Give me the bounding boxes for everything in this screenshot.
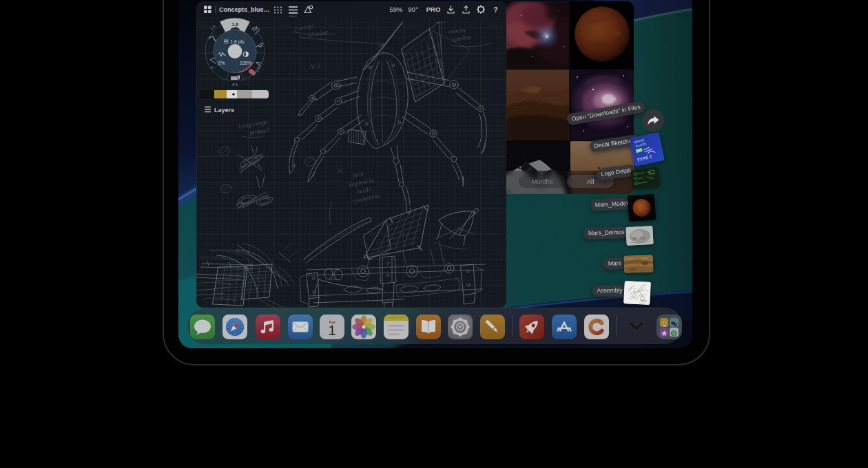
svg-text:1: 1 — [328, 323, 335, 338]
svg-text:TYPE 2: TYPE 2 — [637, 153, 653, 162]
